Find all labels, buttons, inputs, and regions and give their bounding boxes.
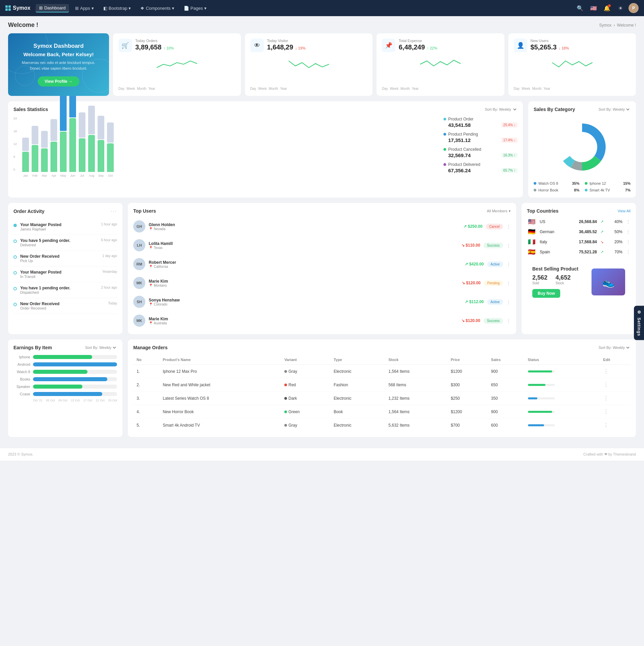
order-edit-icon[interactable]: ⋮ xyxy=(603,382,609,388)
bar-group[interactable]: Aug xyxy=(88,106,95,177)
nav-apps[interactable]: ⊞ Apps ▾ xyxy=(72,4,97,12)
view-all-button[interactable]: View All xyxy=(618,209,631,213)
country-value: 17,568.84 xyxy=(573,240,597,244)
notifications-icon[interactable]: 🔔 xyxy=(602,3,612,13)
activity-time: 6 hour ago xyxy=(101,238,117,242)
order-edit-icon[interactable]: ⋮ xyxy=(603,395,609,401)
order-price: $1200 xyxy=(448,365,488,378)
bar-value2[interactable] xyxy=(60,132,67,172)
user-avatar-img: RM xyxy=(133,258,145,270)
footer-right: Crafted with ❤ by Themesbrand xyxy=(583,452,636,457)
bar-value[interactable] xyxy=(79,112,85,138)
country-more-icon[interactable]: ⋮ xyxy=(626,229,631,235)
bar-value2[interactable] xyxy=(50,142,57,172)
nav-components[interactable]: ❖ Components ▾ xyxy=(137,4,178,12)
bar-value[interactable] xyxy=(41,131,48,148)
bar-value2[interactable] xyxy=(107,143,114,172)
order-edit[interactable]: ⋮ xyxy=(600,405,631,419)
country-more-icon[interactable]: ⋮ xyxy=(626,239,631,245)
user-more-icon[interactable]: ⋮ xyxy=(506,224,511,229)
order-edit[interactable]: ⋮ xyxy=(600,365,631,378)
bar-value2[interactable] xyxy=(98,140,104,172)
bar-group[interactable]: May xyxy=(60,84,67,177)
order-name: Iphone 12 Max Pro xyxy=(159,365,281,378)
bar-value2[interactable] xyxy=(79,138,85,172)
breadcrumb-home[interactable]: Symox xyxy=(599,23,612,28)
nav-dashboard[interactable]: ⊞ Dashboard xyxy=(36,4,69,12)
activity-content: You have 1 pending order. Dispatched xyxy=(20,286,98,294)
flag-icon[interactable]: 🇺🇸 xyxy=(588,3,599,13)
user-row: MK Marie Kim 📍Australia ↘$120.00 Success… xyxy=(133,313,511,329)
theme-icon[interactable]: ☀ xyxy=(615,3,626,13)
bar-value[interactable] xyxy=(88,106,95,134)
bar-group[interactable]: Oct xyxy=(107,122,114,177)
order-progress-bar xyxy=(528,424,544,426)
user-row: RM Robert Mercer 📍California ↗$420.00 Ac… xyxy=(133,256,511,272)
order-edit-icon[interactable]: ⋮ xyxy=(603,422,609,428)
bar-value2[interactable] xyxy=(32,145,38,172)
bar-value2[interactable] xyxy=(22,152,29,172)
bar-group[interactable]: Mar xyxy=(41,131,48,177)
nav-bootstrap[interactable]: ◧ Bootstrap ▾ xyxy=(100,4,135,12)
bar-value2[interactable] xyxy=(88,135,95,172)
country-row: 🇺🇸 US 26,568.84 ↗ 40% ⋮ xyxy=(527,218,631,225)
bar-value[interactable] xyxy=(32,126,38,144)
top-users-card: Top Users All Members ▾ GH Glenn Holden … xyxy=(128,203,516,334)
newusers-change: ↓ 18% xyxy=(559,46,569,50)
activity-time: Yesterday xyxy=(102,270,117,274)
order-edit[interactable]: ⋮ xyxy=(600,392,631,405)
bar-group[interactable]: Sep xyxy=(98,116,104,177)
bar-value[interactable] xyxy=(22,138,29,151)
bar-value2[interactable] xyxy=(41,148,48,172)
order-edit-icon[interactable]: ⋮ xyxy=(603,409,609,415)
user-more-icon[interactable]: ⋮ xyxy=(506,262,511,267)
donut-legend: Watch OS 8 35% Iphone 12 15% Horror Book… xyxy=(534,181,631,192)
manage-orders-sort[interactable]: Sort By: Weekly xyxy=(597,345,631,350)
order-name: Smart 4k Android TV xyxy=(159,419,281,432)
bar-group[interactable]: Apr xyxy=(50,119,57,177)
brand-logo[interactable]: Symox xyxy=(5,5,30,11)
activity-sub: Pick Up xyxy=(20,259,99,263)
earnings-bar-wrap xyxy=(33,385,117,389)
bar-group[interactable]: Feb xyxy=(32,126,38,177)
user-more-icon[interactable]: ⋮ xyxy=(506,243,511,248)
user-more-icon[interactable]: ⋮ xyxy=(506,281,511,286)
bar-value[interactable] xyxy=(50,119,57,141)
user-amount: ↗$112.00 xyxy=(465,299,484,304)
order-activity-more[interactable]: ··· xyxy=(111,208,117,214)
order-edit[interactable]: ⋮ xyxy=(600,419,631,432)
user-more-icon[interactable]: ⋮ xyxy=(506,318,511,323)
bar-value[interactable] xyxy=(107,122,114,143)
country-more-icon[interactable]: ⋮ xyxy=(626,249,631,255)
sales-category-sort[interactable]: Sort By: Weekly xyxy=(597,107,631,112)
bar-value[interactable] xyxy=(98,116,104,139)
earnings-bar-wrap xyxy=(33,392,117,396)
legend-value: 32,569.74 xyxy=(448,152,471,158)
bar-value2[interactable] xyxy=(69,118,76,172)
order-edit[interactable]: ⋮ xyxy=(600,378,631,392)
order-edit-icon[interactable]: ⋮ xyxy=(603,368,609,374)
user-location: 📍Nevada xyxy=(149,227,460,231)
activity-title: Your Manager Posted xyxy=(20,222,98,227)
view-profile-button[interactable]: View Profile → xyxy=(38,76,79,86)
table-row: 4. New Horror Book Green Book 1,564 Item… xyxy=(133,405,631,419)
footer-left: 2023 © Symox. xyxy=(8,452,33,457)
donut-segment[interactable] xyxy=(582,123,606,161)
settings-panel[interactable]: ⚙ Settings xyxy=(634,306,644,340)
earnings-sort[interactable]: Sort By: Weekly xyxy=(84,345,117,350)
activity-time: 1 hour ago xyxy=(101,222,117,226)
user-avatar[interactable]: P xyxy=(629,3,639,13)
user-more-icon[interactable]: ⋮ xyxy=(506,299,511,304)
earnings-bar-wrap xyxy=(33,377,117,381)
nav-pages[interactable]: 📄 Pages ▾ xyxy=(180,4,210,12)
bar-group[interactable]: Jan xyxy=(22,138,29,177)
bar-group[interactable]: Jul xyxy=(79,112,85,177)
order-variant: Red xyxy=(281,378,330,392)
country-more-icon[interactable]: ⋮ xyxy=(626,219,631,224)
search-icon-btn[interactable]: 🔍 xyxy=(575,3,585,13)
order-progress-wrap xyxy=(528,370,555,372)
legend-dot xyxy=(443,118,446,120)
breadcrumb-current: Welcome ! xyxy=(617,23,636,28)
sales-stats-sort[interactable]: Sort By: Weekly Sort By: Monthly xyxy=(484,107,517,112)
buy-now-button[interactable]: Buy Now xyxy=(532,289,560,298)
